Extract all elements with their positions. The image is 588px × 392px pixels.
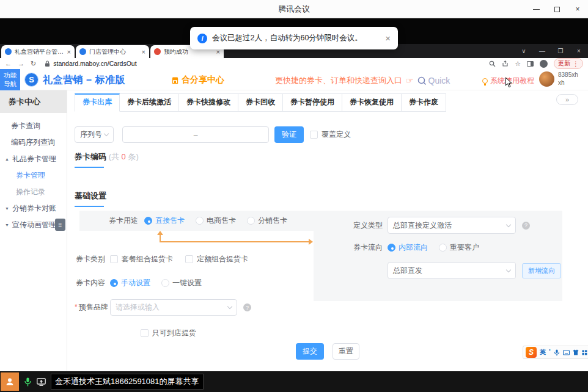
maximize-icon <box>554 7 560 12</box>
brand-title: 礼盒营销 – 标准版 <box>43 74 125 87</box>
verify-button[interactable]: 验证 <box>274 126 304 143</box>
tab-card-recycle[interactable]: 券卡回收 <box>238 93 283 112</box>
definition-type-select[interactable]: 总部直接定义激活 <box>388 217 516 234</box>
ime-mic-icon[interactable] <box>554 349 560 356</box>
expand-button[interactable]: » <box>556 94 578 105</box>
basic-title: 基础设置 <box>75 191 106 200</box>
annotation-arrow-right <box>309 239 313 245</box>
browser-tab[interactable]: 门店管理中心 × <box>76 45 149 58</box>
sidebar-item-distribution-reconciliation[interactable]: ▼分销券卡对账 <box>0 200 67 217</box>
ime-language-toggle[interactable]: 英 <box>540 349 546 355</box>
pickup-row: 只可到店提货 <box>141 328 196 338</box>
serial-input[interactable] <box>122 126 269 143</box>
sidebar-collapse-handle[interactable]: ≡ <box>55 219 65 231</box>
ime-skin-icon[interactable] <box>573 349 579 355</box>
nav-toggle-label: 功能 <box>4 71 17 79</box>
flow-row: 券卡流向 内部流向 重要客户 <box>353 242 479 253</box>
browser-restore-button[interactable]: ❐ <box>551 44 570 58</box>
maximize-button[interactable] <box>546 0 567 18</box>
checkbox-store-pickup-only[interactable]: 只可到店提货 <box>141 328 196 338</box>
tab-card-restore[interactable]: 券卡恢复使用 <box>342 93 402 112</box>
tab-close-icon[interactable]: × <box>142 48 145 56</box>
sidebar-item-gift-card-management[interactable]: ▲礼品券卡管理 <box>0 151 67 167</box>
checkbox-fixed-combo-card[interactable]: 定额组合提货卡 <box>185 254 248 264</box>
share-center-link[interactable]: 合分享中心 <box>171 74 224 85</box>
quick-entry-link[interactable]: 更快捷的券卡、订单和快递查询入口 ☞ Quick <box>275 75 450 86</box>
toast-message: 会议已超过2人，自动转为60分钟限时会议。 <box>212 33 362 43</box>
tab-favicon <box>79 48 86 55</box>
mic-icon[interactable] <box>24 377 32 387</box>
share-icon[interactable] <box>502 60 509 67</box>
tab-card-suspend[interactable]: 券卡暂停使用 <box>283 93 342 112</box>
sidebar: 券卡中心 券卡查询 编码序列查询 ▲礼品券卡管理 券卡管理 操作记录 ▼分销券卡… <box>0 90 67 371</box>
radio-important-customer[interactable]: 重要客户 <box>439 242 479 253</box>
override-checkbox-group[interactable]: 覆盖定义 <box>310 129 351 140</box>
annotation-arrow-up <box>157 231 163 235</box>
browser-profile-icon[interactable] <box>540 60 548 68</box>
browser-close-button[interactable]: × <box>570 44 588 58</box>
tab-card-quick-edit[interactable]: 券卡快捷修改 <box>179 93 238 112</box>
bookmark-star-icon[interactable]: ☆ <box>515 60 521 67</box>
flow-select[interactable]: 总部直发 <box>388 262 516 279</box>
sidebar-item-operation-log[interactable]: 操作记录 <box>0 184 67 200</box>
reset-button[interactable]: 重置 <box>333 343 359 360</box>
minimize-button[interactable] <box>526 0 546 18</box>
browser-update-button[interactable]: 更新 ⋮ <box>554 58 583 69</box>
definition-type-value: 总部直接定义激活 <box>393 220 452 231</box>
tab-close-icon[interactable]: × <box>67 48 71 56</box>
user-menu[interactable]: 8385xh xh <box>539 71 578 87</box>
override-checkbox[interactable] <box>310 131 318 139</box>
tab-card-activate[interactable]: 券卡后续激活 <box>120 93 179 112</box>
radio-off-icon <box>439 244 447 252</box>
reload-icon[interactable]: ↻ <box>31 60 36 67</box>
ime-keyboard-icon[interactable] <box>563 350 570 355</box>
browser-toolbar: ← → ↻ standard.maboy.cn/CardsOut ☆ 更新 ⋮ <box>0 58 588 69</box>
brand-select[interactable]: 请选择或输入 <box>110 299 237 316</box>
side-panel-icon[interactable] <box>527 61 534 67</box>
expand-icon: » <box>565 96 569 103</box>
radio-off-icon <box>247 217 255 225</box>
checkbox-icon[interactable] <box>110 255 118 263</box>
tab-search-icon[interactable]: ∨ <box>515 44 533 58</box>
sidebar-item-code-sequence-query[interactable]: 编码序列查询 <box>0 134 67 151</box>
title-underline <box>75 206 104 207</box>
add-flow-button[interactable]: 新增流向 <box>522 263 561 278</box>
radio-internal-flow[interactable]: 内部流向 <box>388 242 428 253</box>
help-icon[interactable]: ? <box>243 303 251 311</box>
checkbox-icon[interactable] <box>185 255 193 263</box>
checkbox-icon[interactable] <box>141 329 149 337</box>
ime-punctuation-icon[interactable]: ’ <box>549 349 551 355</box>
toast-close-icon[interactable]: × <box>385 34 391 43</box>
sidebar-item-card-management[interactable]: 券卡管理 <box>0 167 67 184</box>
sidebar-item-card-query[interactable]: 券卡查询 <box>0 118 67 134</box>
chevron-down-icon <box>227 304 232 309</box>
radio-one-click-setup[interactable]: 一键设置 <box>161 278 202 288</box>
tab-favicon <box>5 48 12 55</box>
browser-tab-active[interactable]: 礼盒营销平台管理中心 × <box>1 45 75 58</box>
checkbox-set-combo-card[interactable]: 套餐组合提货卡 <box>110 254 173 264</box>
nav-toggle-button[interactable]: 功能 导航 <box>0 69 20 90</box>
category-label: 券卡类别 <box>75 254 105 264</box>
serial-field-select[interactable]: 序列号 <box>75 126 114 143</box>
checkbox-label: 只可到店提货 <box>152 328 196 338</box>
ime-toolbox-icon[interactable] <box>582 350 587 355</box>
close-button[interactable]: × <box>567 0 588 18</box>
meeting-title: 腾讯会议 <box>0 0 588 18</box>
zoom-icon[interactable] <box>489 60 496 67</box>
update-label: 更新 <box>558 59 570 68</box>
radio-manual-setup[interactable]: 手动设置 <box>110 278 150 288</box>
back-icon[interactable]: ← <box>5 60 12 67</box>
browser-minimize-button[interactable]: — <box>533 44 551 58</box>
sogou-logo-icon[interactable]: S <box>526 347 537 358</box>
tab-card-outbound[interactable]: 券卡出库 <box>75 93 120 112</box>
radio-direct-sale[interactable]: 直接售卡 <box>144 216 185 226</box>
address-bar[interactable]: standard.maboy.cn/CardsOut <box>45 60 136 67</box>
radio-distribution-sale[interactable]: 分销售卡 <box>247 216 287 226</box>
submit-button[interactable]: 提交 <box>296 343 324 360</box>
radio-ecommerce-sale[interactable]: 电商售卡 <box>196 216 236 226</box>
forward-icon[interactable]: → <box>18 60 24 67</box>
tab-card-void[interactable]: 券卡作废 <box>402 93 446 112</box>
app-header: 功能 导航 S 礼盒营销 – 标准版 合分享中心 更快捷的券卡、订单和快递查询入… <box>0 69 588 90</box>
meeting-toast: i 会议已超过2人，自动转为60分钟限时会议。 × <box>190 27 398 49</box>
help-icon[interactable]: ? <box>522 222 530 230</box>
